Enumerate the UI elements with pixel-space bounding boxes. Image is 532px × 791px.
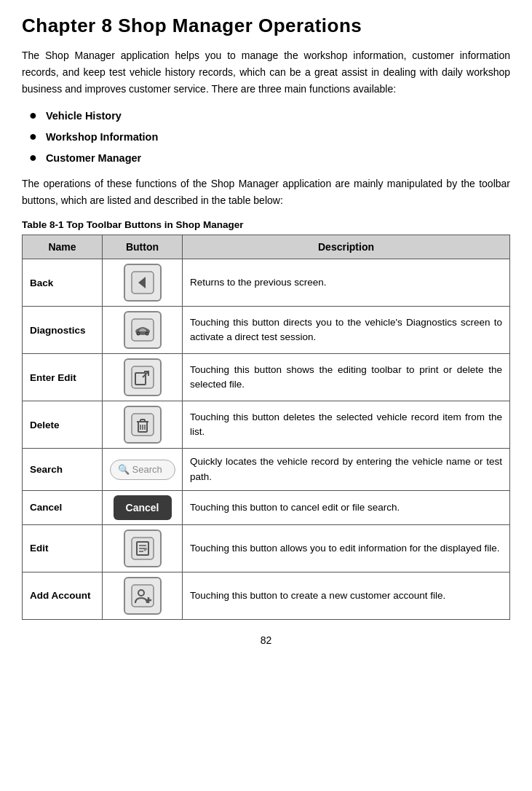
row-button[interactable] [103,307,183,354]
row-description: Touching this button directs you to the … [183,307,510,354]
bullet-workshop-info: Workshop Information [29,129,510,144]
col-header-name: Name [23,235,103,259]
row-name: Enter Edit [23,354,103,401]
table-row: Diagnostics Touching this b [23,307,510,354]
col-header-description: Description [183,235,510,259]
cancel-button[interactable]: Cancel [114,495,172,520]
back-button[interactable] [124,264,162,302]
row-button[interactable] [103,259,183,307]
table-row: Edit Touching this button allows you to … [23,524,510,572]
col-header-button: Button [103,235,183,259]
svg-point-7 [146,333,148,334]
enter-edit-button[interactable] [124,358,162,396]
row-name: Delete [23,401,103,449]
bullet-vehicle-history: Vehicle History [29,108,510,123]
row-name: Edit [23,524,103,572]
table-caption-italic: Top Toolbar Buttons in Shop Manager [64,219,244,230]
row-description: Touching this button to cancel edit or f… [183,490,510,524]
row-description: Touching this button to create a new cus… [183,572,510,619]
intro-paragraph: The Shop Manager application helps you t… [22,47,510,98]
table-row: Add Account Touching this button to crea… [23,572,510,619]
row-name: Add Account [23,572,103,619]
table-row: Search 🔍 Search Quickly locates the vehi… [23,449,510,491]
table-row: Back Returns to the previous screen. [23,259,510,307]
diagnostics-button[interactable] [124,311,162,349]
page-number: 82 [22,634,510,646]
search-button[interactable]: 🔍 Search [110,460,175,480]
table-row: Delete Touching this button deletes the [23,401,510,449]
row-description: Quickly locates the vehicle record by en… [183,449,510,491]
row-name: Cancel [23,490,103,524]
feature-list: Vehicle History Workshop Information Cus… [29,108,510,165]
edit-button[interactable] [124,530,162,567]
svg-point-6 [138,333,139,334]
cancel-label: Cancel [126,502,159,513]
search-label: Search [132,464,162,475]
operations-paragraph: The operations of these functions of the… [22,176,510,209]
table-row: Cancel Cancel Touching this button to ca… [23,490,510,524]
row-description: Touching this button allows you to edit … [183,524,510,572]
row-button[interactable] [103,524,183,572]
row-button[interactable] [103,354,183,401]
row-button[interactable] [103,401,183,449]
table-header-row: Name Button Description [23,235,510,259]
row-name: Diagnostics [23,307,103,354]
search-icon: 🔍 [118,464,130,475]
row-description: Returns to the previous screen. [183,259,510,307]
row-description: Touching this button shows the editing t… [183,354,510,401]
bullet-customer-manager: Customer Manager [29,150,510,165]
add-account-button[interactable] [124,577,162,615]
table-caption: Table 8-1 Top Toolbar Buttons in Shop Ma… [22,219,510,230]
table-row: Enter Edit Touching this button shows th… [23,354,510,401]
row-name: Back [23,259,103,307]
page-title: Chapter 8 Shop Manager Operations [22,15,510,37]
row-button[interactable] [103,572,183,619]
table-caption-bold: Table 8-1 [22,219,64,230]
row-name: Search [23,449,103,491]
toolbar-buttons-table: Name Button Description Back Returns to … [22,235,510,620]
row-button[interactable]: Cancel [103,490,183,524]
row-description: Touching this button deletes the selecte… [183,401,510,449]
row-button[interactable]: 🔍 Search [103,449,183,491]
delete-button[interactable] [124,406,162,444]
